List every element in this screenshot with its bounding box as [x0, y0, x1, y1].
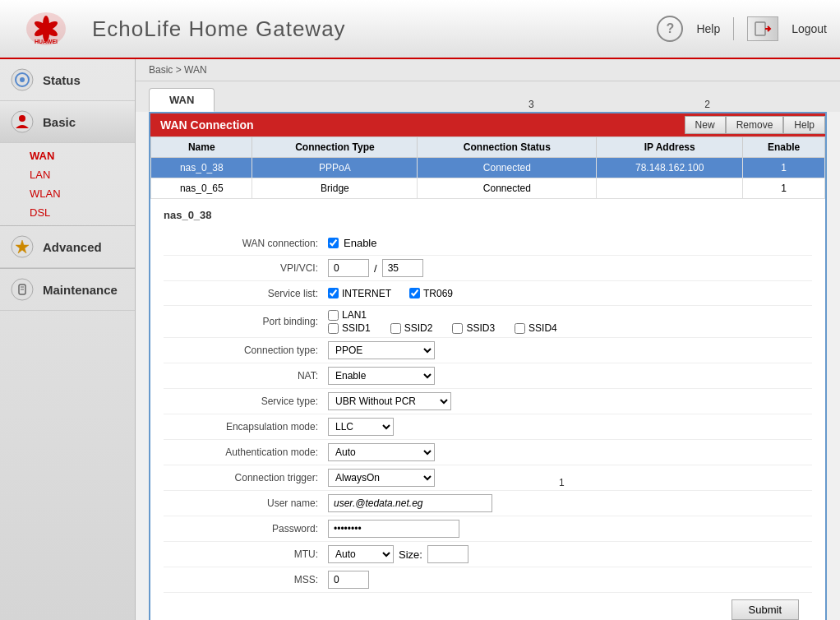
sidebar: Status Basic WAN LAN WLAN DSL Advanced [0, 59, 136, 620]
connection-trigger-label: Connection trigger: [164, 472, 328, 484]
connection-type-select[interactable]: PPOE [328, 341, 435, 359]
huawei-logo-icon: HUAWEI [25, 11, 67, 47]
divider [733, 17, 734, 40]
new-button[interactable]: New [685, 116, 726, 134]
col-status: Connection Status [418, 137, 597, 158]
ssid3-checkbox[interactable] [452, 323, 463, 334]
help-button[interactable]: Help [696, 22, 720, 35]
help-label: Help [696, 22, 720, 35]
form-row-nat: NAT: Enable [164, 363, 812, 389]
sidebar-item-basic[interactable]: Basic [0, 101, 135, 143]
form-row-connection-trigger: Connection trigger: AlwaysOn [164, 465, 812, 491]
tr069-checkbox[interactable] [409, 288, 420, 298]
main-layout: Status Basic WAN LAN WLAN DSL Advanced [0, 59, 840, 620]
port-row1: LAN1 [328, 309, 367, 321]
form-row-mtu: MTU: Auto Size: [164, 542, 812, 567]
internet-checkbox[interactable] [328, 288, 339, 298]
logout-icon [747, 16, 778, 41]
maintenance-label: Maintenance [43, 283, 118, 297]
sidebar-sub-wlan[interactable]: WLAN [20, 184, 135, 203]
auth-mode-select[interactable]: Auto [328, 443, 435, 461]
advanced-label: Advanced [43, 240, 102, 254]
row1-type: PPPoA [252, 158, 418, 178]
mss-input[interactable] [328, 571, 369, 589]
svg-point-12 [20, 77, 25, 82]
annotation-1: 1 [559, 477, 565, 488]
door-icon [754, 21, 772, 37]
row1-enable: 1 [743, 158, 825, 178]
form-row-connection-type: Connection type: PPOE [164, 338, 812, 363]
tabs-container: WAN [136, 81, 840, 112]
sidebar-sub-dsl[interactable]: DSL [20, 203, 135, 222]
mss-label: MSS: [164, 574, 328, 585]
status-label: Status [43, 73, 81, 87]
wan-connection-checkbox[interactable] [328, 238, 339, 248]
col-ip: IP Address [597, 137, 743, 158]
row2-name: nas_0_65 [151, 178, 252, 199]
row2-enable: 1 [743, 178, 825, 199]
submit-button[interactable]: Submit [732, 599, 799, 620]
nat-select[interactable]: Enable [328, 367, 435, 385]
nat-value: Enable [328, 367, 435, 385]
detail-title: nas_0_38 [164, 206, 812, 224]
col-name: Name [151, 137, 252, 158]
form-row-mss: MSS: [164, 567, 812, 593]
sidebar-item-maintenance[interactable]: Maintenance [0, 269, 135, 311]
vpi-vci-value: / [328, 259, 423, 277]
svg-point-14 [19, 115, 25, 122]
service-list-value: INTERNET TR069 [328, 288, 453, 299]
remove-button[interactable]: Remove [726, 116, 784, 134]
sidebar-item-advanced[interactable]: Advanced [0, 226, 135, 268]
mtu-label: MTU: [164, 548, 328, 560]
sidebar-sub-lan[interactable]: LAN [20, 165, 135, 184]
sidebar-sub-wan[interactable]: WAN [20, 146, 135, 165]
breadcrumb-parent[interactable]: Basic [149, 64, 173, 76]
vpi-input[interactable] [328, 259, 369, 277]
username-input[interactable] [328, 494, 492, 512]
password-input[interactable] [328, 520, 459, 538]
mtu-select[interactable]: Auto [328, 545, 394, 563]
encapsulation-select[interactable]: LLC [328, 418, 394, 436]
annotation-2: 2 [704, 99, 710, 110]
logout-button[interactable]: Logout [792, 22, 827, 35]
table-row[interactable]: nas_0_65 Bridge Connected 1 [151, 178, 825, 199]
internet-checkbox-label: INTERNET [328, 288, 391, 299]
mss-value [328, 571, 369, 589]
connection-trigger-select[interactable]: AlwaysOn [328, 469, 435, 487]
username-value [328, 494, 492, 512]
lan1-label: LAN1 [328, 309, 367, 321]
vci-input[interactable] [382, 259, 423, 277]
help-table-button[interactable]: Help [783, 116, 825, 134]
ssid1-checkbox[interactable] [328, 323, 339, 334]
lan1-checkbox[interactable] [328, 310, 339, 321]
form-row-auth-mode: Authentication mode: Auto [164, 440, 812, 465]
username-label: User name: [164, 497, 328, 509]
sidebar-item-status[interactable]: Status [0, 59, 135, 101]
ssid1-label: SSID1 [328, 322, 371, 334]
page-title: EchoLife Home Gateway [92, 16, 657, 42]
breadcrumb-current: WAN [184, 64, 207, 76]
ssid2-checkbox[interactable] [390, 323, 401, 334]
port-binding-label: Port binding: [164, 316, 328, 327]
tab-wan[interactable]: WAN [149, 88, 215, 112]
form-row-port-binding: Port binding: LAN1 SSID1 [164, 306, 812, 338]
form-row-wan-connection: WAN connection: Enable [164, 231, 812, 256]
logout-label: Logout [792, 22, 827, 35]
svg-rect-8 [755, 22, 765, 35]
breadcrumb-separator: > [176, 64, 184, 76]
row1-status: Connected [418, 158, 597, 178]
row1-name: nas_0_38 [151, 158, 252, 178]
encapsulation-value: LLC [328, 418, 394, 436]
form-row-service-type: Service type: UBR Without PCR [164, 389, 812, 414]
table-row[interactable]: nas_0_38 PPPoA Connected 78.148.162.100 … [151, 158, 825, 178]
password-label: Password: [164, 523, 328, 534]
row1-ip: 78.148.162.100 [597, 158, 743, 178]
ssid4-checkbox[interactable] [515, 323, 525, 334]
wan-data-table: Name Connection Type Connection Status I… [150, 136, 825, 199]
submit-row: Submit [164, 593, 812, 620]
ssid4-label: SSID4 [515, 322, 557, 334]
mtu-size-input[interactable] [427, 545, 468, 563]
auth-mode-label: Authentication mode: [164, 446, 328, 458]
status-icon [10, 67, 35, 92]
service-type-select[interactable]: UBR Without PCR [328, 392, 451, 410]
